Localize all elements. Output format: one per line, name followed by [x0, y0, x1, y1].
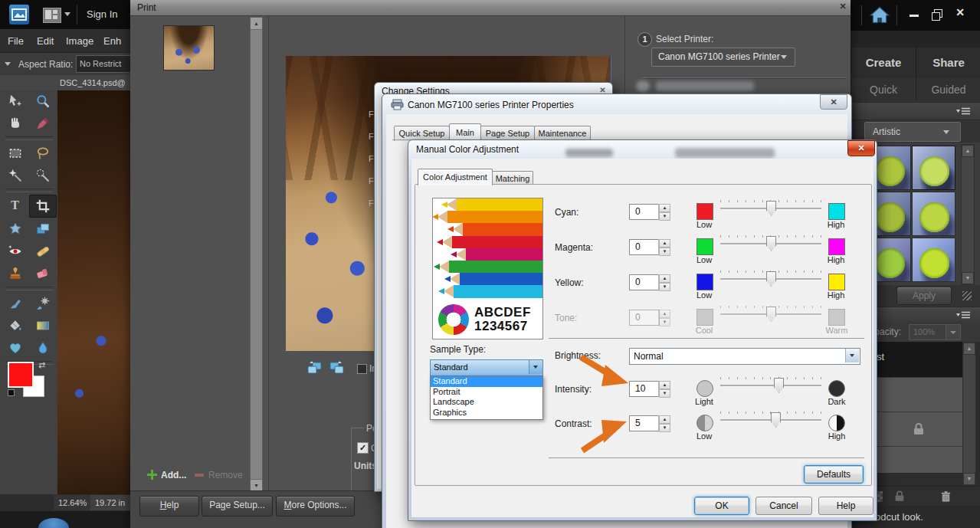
mode-quick[interactable]: Quick: [851, 79, 916, 101]
yellow-value-input[interactable]: 0: [629, 274, 660, 290]
magenta-spinner[interactable]: ▲▼: [658, 239, 670, 255]
thumbnails-scrollbar[interactable]: ▲ ▼: [250, 17, 263, 492]
opacity-value[interactable]: 100%: [909, 324, 949, 340]
paint-bucket-tool[interactable]: [2, 315, 29, 336]
add-button[interactable]: Add...: [161, 470, 186, 480]
blur-tool[interactable]: [29, 337, 57, 359]
type-tool[interactable]: T: [2, 195, 29, 216]
hand-tool[interactable]: [2, 113, 29, 134]
scroll-down-icon[interactable]: ▼: [962, 272, 974, 284]
sign-in-link[interactable]: Sign In: [87, 8, 117, 20]
page-setup-button[interactable]: Page Setup...: [202, 496, 273, 517]
tab-share[interactable]: Share: [916, 48, 980, 78]
home-button[interactable]: [869, 5, 890, 26]
lasso-tool[interactable]: [29, 143, 57, 164]
close-icon[interactable]: ✕: [837, 2, 848, 13]
effect-thumbnail[interactable]: [912, 146, 955, 190]
move-tool[interactable]: [2, 90, 29, 112]
minimize-button[interactable]: [906, 8, 923, 21]
trash-icon[interactable]: [939, 490, 952, 503]
option-graphics[interactable]: Graphics: [431, 408, 542, 418]
red-eye-removal-tool[interactable]: [2, 241, 29, 262]
cyan-slider-thumb[interactable]: [766, 201, 776, 216]
scroll-down-icon[interactable]: ▼: [251, 479, 262, 491]
ok-button[interactable]: OK: [694, 497, 749, 515]
shape-tool[interactable]: [2, 337, 29, 359]
magenta-slider-thumb[interactable]: [766, 236, 776, 251]
photo-bin-icon[interactable]: [38, 518, 69, 528]
panel-menu-icon[interactable]: [956, 107, 970, 116]
menu-edit[interactable]: Edit: [37, 35, 54, 47]
option-landscape[interactable]: Landscape: [431, 397, 542, 408]
cyan-spinner[interactable]: ▲▼: [658, 204, 670, 220]
zoom-level[interactable]: 12.64%: [54, 495, 93, 510]
restore-button[interactable]: [929, 8, 946, 21]
crop-tool[interactable]: [29, 195, 57, 218]
selection-brush-tool[interactable]: [29, 165, 57, 186]
aspect-ratio-select[interactable]: No Restrict: [76, 55, 132, 73]
mode-guided[interactable]: Guided: [916, 79, 980, 101]
layers-scrollbar[interactable]: ▲ ▼: [962, 342, 976, 486]
intensity-spinner[interactable]: ▲▼: [658, 381, 670, 397]
contrast-slider-thumb[interactable]: [771, 412, 781, 428]
contrast-value-input[interactable]: 5: [629, 415, 660, 431]
help-button[interactable]: Help: [818, 497, 873, 515]
option-portrait[interactable]: Portrait: [431, 387, 542, 398]
scroll-up-icon[interactable]: ▲: [962, 145, 974, 157]
collapse-arrow-icon[interactable]: [5, 62, 11, 66]
tab-quick-setup[interactable]: Quick Setup: [394, 126, 450, 141]
menu-file[interactable]: File: [8, 35, 24, 47]
effect-category-select[interactable]: Artistic: [864, 122, 961, 142]
option-standard[interactable]: Standard: [431, 376, 542, 387]
center-checkbox[interactable]: ✓: [357, 442, 369, 454]
magic-wand-tool[interactable]: [2, 165, 29, 186]
lock-icon[interactable]: [893, 490, 906, 503]
sample-type-select[interactable]: Standard: [430, 359, 543, 376]
more-options-button[interactable]: More Options...: [276, 496, 355, 517]
tab-color-adjustment[interactable]: Color Adjustment: [418, 169, 493, 185]
close-button[interactable]: ✕: [820, 94, 847, 110]
cyan-value-input[interactable]: 0: [629, 204, 660, 220]
menu-image[interactable]: Image: [66, 35, 93, 47]
image-checkbox[interactable]: [357, 364, 367, 374]
swap-colors-icon[interactable]: ⇄: [38, 360, 45, 370]
close-button[interactable]: ✕: [952, 6, 969, 21]
menu-enhance[interactable]: Enh: [103, 35, 121, 47]
yellow-slider-thumb[interactable]: [766, 271, 776, 287]
contrast-slider[interactable]: [720, 412, 821, 431]
foreground-color-swatch[interactable]: [8, 362, 34, 388]
scroll-down-icon[interactable]: ▼: [963, 473, 975, 485]
recompose-tool[interactable]: [29, 218, 57, 240]
dropdown-arrow-button[interactable]: [845, 349, 859, 362]
remove-button[interactable]: Remove: [208, 470, 243, 480]
cyan-slider[interactable]: [720, 200, 821, 220]
effects-scrollbar[interactable]: ▲ ▼: [961, 144, 975, 285]
resize-grip-icon[interactable]: [962, 291, 972, 300]
tab-page-setup[interactable]: Page Setup: [480, 126, 535, 141]
clone-stamp-tool[interactable]: [2, 263, 29, 284]
help-button[interactable]: Help: [139, 496, 199, 517]
dropdown-arrow-button[interactable]: [529, 360, 542, 374]
document-tab[interactable]: DSC_4314.psd@: [60, 78, 126, 87]
effect-thumbnail[interactable]: [912, 238, 955, 282]
gradient-tool[interactable]: [29, 315, 57, 336]
yellow-slider[interactable]: [720, 271, 821, 290]
tab-create[interactable]: Create: [851, 48, 916, 78]
printer-select[interactable]: Canon MG7100 series Printer: [651, 48, 795, 67]
magenta-value-input[interactable]: 0: [629, 239, 660, 255]
magenta-slider[interactable]: [720, 235, 821, 255]
zoom-tool[interactable]: [29, 90, 57, 112]
detail-smart-brush-tool[interactable]: [29, 293, 57, 314]
scroll-up-icon[interactable]: ▲: [251, 18, 262, 30]
intensity-value-input[interactable]: 10: [629, 381, 660, 397]
eraser-tool[interactable]: [29, 263, 57, 284]
brightness-select[interactable]: Normal: [629, 348, 860, 365]
smart-brush-tool[interactable]: [2, 293, 29, 314]
rectangular-marquee-tool[interactable]: [2, 143, 29, 164]
opacity-dropdown-button[interactable]: [946, 324, 961, 340]
document-size[interactable]: 19.72 in: [90, 495, 135, 510]
healing-brush-tool[interactable]: [29, 241, 57, 262]
print-queue-thumbnail[interactable]: [163, 25, 215, 71]
intensity-slider[interactable]: [720, 377, 821, 397]
tab-main[interactable]: Main: [449, 123, 481, 141]
